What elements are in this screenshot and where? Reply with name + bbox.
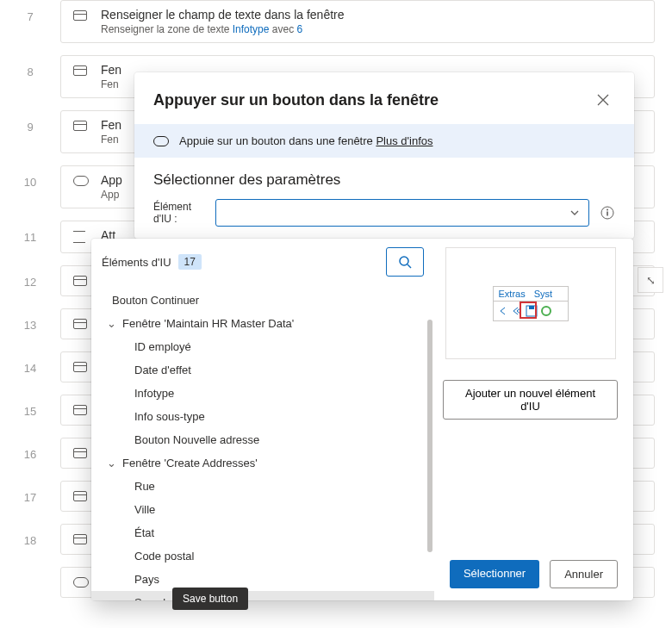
preview-menu-system: Syst <box>534 289 552 299</box>
step-title: Fen <box>101 63 121 77</box>
preview-menu-extras: Extras <box>499 289 526 299</box>
tree-item[interactable]: ID employé <box>91 335 434 358</box>
more-info-link[interactable]: Plus d'infos <box>376 134 432 147</box>
svg-point-1 <box>607 209 608 211</box>
drag-handle[interactable]: ⤡ <box>638 267 663 293</box>
step-number: 17 <box>0 481 60 504</box>
param-info-button[interactable] <box>600 205 615 221</box>
step-number: 9 <box>0 110 60 134</box>
svg-point-6 <box>542 307 551 315</box>
tree-item[interactable]: Pays <box>91 568 434 591</box>
tree-item[interactable]: Ville <box>91 498 434 521</box>
press-button-icon <box>73 575 89 590</box>
step-number: 14 <box>0 351 60 375</box>
window-icon <box>73 532 89 547</box>
chevron-down-icon: ⌄ <box>105 457 117 469</box>
tree-scrollbar[interactable] <box>427 320 432 552</box>
press-button-icon <box>73 173 89 189</box>
step-number: 7 <box>0 0 60 23</box>
tree-item[interactable]: Rue <box>91 475 434 498</box>
window-icon <box>73 8 89 23</box>
cancel-button[interactable]: Annuler <box>550 560 618 588</box>
tree-group[interactable]: ⌄Fenêtre 'Create Addresses' <box>91 451 434 475</box>
window-icon <box>73 316 89 332</box>
close-icon <box>597 94 609 106</box>
chevron-down-icon: ⌄ <box>105 317 117 330</box>
step-number: 10 <box>0 165 60 189</box>
preview-back-icon <box>497 305 509 317</box>
svg-point-3 <box>400 257 408 265</box>
step-subtitle: Renseigner la zone de texte Infotype ave… <box>101 23 345 35</box>
chevron-down-icon <box>569 208 580 218</box>
tree-item[interactable]: Code postal <box>91 544 434 568</box>
step-subtitle: Fen <box>101 78 121 90</box>
step-number: 11 <box>0 221 60 244</box>
step-title: Renseigner le champ de texte dans la fen… <box>101 8 345 22</box>
save-icon <box>525 304 538 318</box>
parameters-header: Sélectionner des paramètres <box>134 158 634 196</box>
tree-item[interactable]: Save button <box>91 591 434 600</box>
tree-item[interactable]: Bouton Continuer <box>91 289 434 312</box>
press-button-icon <box>153 136 169 146</box>
step-number: 15 <box>0 395 60 418</box>
ui-element-picker: Éléments d'IU 17 Bouton Continuer⌄Fenêtr… <box>91 239 633 600</box>
step-value-link[interactable]: 6 <box>296 23 302 35</box>
info-icon <box>600 206 614 220</box>
preview-back2-icon <box>511 305 523 317</box>
picker-search-button[interactable] <box>386 247 424 277</box>
tree-item[interactable]: État <box>91 521 434 544</box>
tree-item[interactable]: Info sous-type <box>91 405 434 428</box>
window-icon <box>73 488 89 504</box>
step-number: 16 <box>0 438 60 461</box>
close-button[interactable] <box>591 88 615 112</box>
select-button[interactable]: Sélectionner <box>450 560 539 588</box>
ui-element-tree: Bouton Continuer⌄Fenêtre 'Maintain HR Ma… <box>91 285 434 600</box>
step-variable-link[interactable]: Infotype <box>233 23 270 35</box>
tree-item[interactable]: Date d'effet <box>91 358 434 382</box>
preview-refresh-icon <box>540 305 552 317</box>
flow-step-card[interactable]: Renseigner le champ de texte dans la fen… <box>60 0 655 43</box>
panel-title: Appuyer sur un bouton dans la fenêtre <box>153 91 439 109</box>
step-title: Fen <box>101 118 121 132</box>
window-icon <box>73 402 89 418</box>
picker-count-badge: 17 <box>178 254 202 270</box>
wait-icon <box>73 228 89 246</box>
step-number: 12 <box>0 265 60 289</box>
step-number: 18 <box>0 524 60 547</box>
step-number: 8 <box>0 55 60 78</box>
svg-rect-2 <box>607 212 608 216</box>
window-icon <box>73 445 89 461</box>
ui-element-label: Élément d'IU : <box>153 201 205 226</box>
step-number: 13 <box>0 308 60 332</box>
tree-item[interactable]: Bouton Nouvelle adresse <box>91 428 434 451</box>
tree-item[interactable]: Infotype <box>91 382 434 405</box>
add-ui-element-button[interactable]: Ajouter un nouvel élément d'IU <box>443 380 618 420</box>
window-icon <box>73 118 89 134</box>
picker-heading: Éléments d'IU <box>102 256 171 269</box>
tree-group[interactable]: ⌄Fenêtre 'Maintain HR Master Data' <box>91 312 434 335</box>
action-properties-panel: Appuyer sur un bouton dans la fenêtre Ap… <box>134 72 634 239</box>
ui-element-combobox[interactable] <box>215 199 589 227</box>
svg-rect-5 <box>529 306 534 309</box>
step-title: App <box>101 173 122 187</box>
window-icon <box>73 359 89 375</box>
window-icon <box>73 273 89 289</box>
step-subtitle: App <box>101 189 122 201</box>
info-strip: Appuie sur un bouton dans une fenêtre Pl… <box>134 124 634 158</box>
info-text: Appuie sur un bouton dans une fenêtre <box>179 134 376 147</box>
tree-group-label: Fenêtre 'Create Addresses' <box>122 457 258 469</box>
window-icon <box>73 63 89 78</box>
element-preview: ExtrasSyst <box>445 247 616 359</box>
step-subtitle: Fen <box>101 134 121 146</box>
tree-group-label: Fenêtre 'Maintain HR Master Data' <box>122 317 294 330</box>
hover-tooltip: Save button <box>172 588 248 610</box>
search-icon <box>398 255 412 269</box>
